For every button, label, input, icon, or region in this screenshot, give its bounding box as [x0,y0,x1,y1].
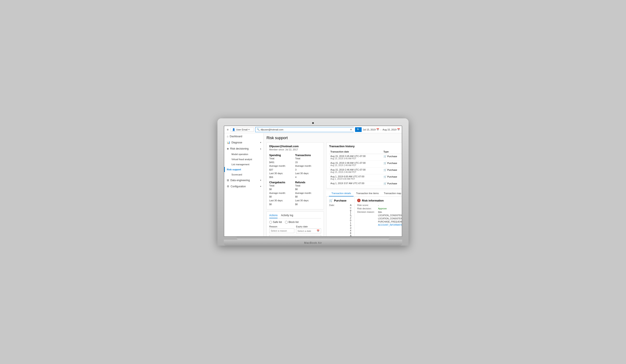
laptop-base: MacBook Air [224,240,402,246]
safelist-radio[interactable]: Safe list [269,221,282,224]
reason-select[interactable]: Select a reason [269,229,294,233]
laptop-notch [236,237,390,240]
risk-decision-label: Risk decision: [357,207,376,210]
date-value: Aug 15, 2019 2:48 AM PDT [350,204,352,236]
config-icon: ⚙ [227,185,229,188]
ref-total-label: Total: [295,184,301,187]
sidebar-label-config: Configuration [231,185,246,188]
laptop-screen: ≡ 👤 User Email ▾ 🔍 ✕ 🔍 Jul 15, 2019 📅 - [224,126,402,237]
home-icon: ⌂ [227,135,229,138]
cell-date: Aug 15, 2019 2:46 AM UTC-07:00 Aug 15, 2… [329,167,382,174]
data-icon: ⊞ [227,179,229,182]
blocklist-radio-input[interactable] [285,221,288,224]
field-select-label: User Email [236,128,248,131]
tab-tx-line-items[interactable]: Transaction line items [353,191,381,197]
safelist-radio-input[interactable] [269,221,272,224]
tab-activity-log[interactable]: Activity log [281,214,293,218]
cell-date: Aug 15, 2019 2:48 AM UTC-07:00 Aug 15, 2… [329,161,382,167]
risk-decision-value: Approve [378,207,387,210]
tab-actions[interactable]: Actions [269,214,277,218]
sidebar-item-model-operation[interactable]: Model operation [224,152,263,157]
date-start: Jul 15, 2019 [363,128,376,131]
user-icon: 👤 [232,128,235,131]
spending-last30-label: Last 30 days: [269,172,283,175]
app-container: ≡ 👤 User Email ▾ 🔍 ✕ 🔍 Jul 15, 2019 📅 - [224,126,402,236]
tx-last30-label: Last 30 days: [295,172,309,175]
sidebar-item-risk-support[interactable]: Risk support [224,167,263,172]
date-label: Date: [329,204,348,236]
risk-chevron: ▴ [260,147,261,150]
cb-avg-value: $0 [269,195,272,198]
cb-avg-label: Average month: [269,192,286,194]
cb-total-value: $0 [269,188,272,191]
expiry-group: Expiry date Select a date 📅 [296,225,321,233]
hamburger-menu[interactable]: ≡ [226,128,229,132]
search-submit-button[interactable]: 🔍 [355,127,362,132]
purchase-header: 🛒 Purchase [329,199,352,202]
table-row[interactable]: Aug 15, 2019 3:45 AM UTC-07:00 Aug 15, 2… [329,154,402,161]
ref-avg-value: $0 [295,195,298,198]
sidebar-item-configuration[interactable]: ⚙ Configuration ▾ [224,183,263,189]
expiry-label: Expiry date [296,225,321,228]
transaction-history: Transaction history Transaction date Typ… [326,142,402,188]
col-tx-date: Transaction date [329,150,382,154]
date-range: Jul 15, 2019 📅 - Aug 15, 2019 📅 [363,128,400,131]
sidebar-label-diagnose: Diagnose [232,141,242,144]
ref-last30-value: $0 [295,203,298,205]
data-chevron: ▾ [260,179,261,181]
purchase-icon: 🛒 [384,155,387,158]
calendar-icon: 📅 [317,230,319,232]
blocklist-radio[interactable]: Block list [285,221,299,224]
sidebar-item-virtual-fraud[interactable]: Virtual fraud analyst [224,157,263,162]
ref-total-value: $0 [295,188,298,191]
field-select-dropdown[interactable]: 👤 User Email ▾ [231,128,254,132]
cell-type: 🛒 Purchase [382,181,402,186]
search-prefix-icon: 🔍 [257,128,260,131]
risk-score-label: Risk score: [357,204,376,206]
cell-type: 🛒 Purchase [382,174,402,181]
risk-reason-label: Decision reason: [357,211,376,213]
risk-alert-icon: ! [357,199,360,202]
table-row[interactable]: Aug 1, 2019 6:00 AM UTC-07:00 Aug 1, 201… [329,174,402,181]
sidebar-item-dashboard[interactable]: ⌂ Dashboard [224,133,263,139]
risk-reason-link[interactable]: 702-ACCOUNT_INFORMATION: [378,221,402,226]
detail-panels: 🛒 Purchase Date: Aug 15, 2019 2:48 AM PD… [326,197,402,236]
diagnose-chevron: ▾ [260,141,261,144]
expiry-date-picker[interactable]: Select a date 📅 [296,229,321,233]
comments-textarea[interactable] [269,235,321,236]
chargebacks-stat: Chargebacks Total: $0 Average month: $0 … [269,180,295,207]
table-row[interactable]: Aug 1, 2019 3:57 AM UTC-07:00 🛒 Purchase… [329,181,402,186]
tab-tx-details[interactable]: Transaction details [329,191,353,197]
member-since: Member since: Jul 22, 2017 [269,148,321,151]
two-col-layout: Dfpuser@hotmail.com Member since: Jul 22… [267,142,399,236]
tab-tx-map[interactable]: Transaction map [381,191,402,197]
calendar-icon-start: 📅 [376,128,379,131]
tx-avg-label: Average month: [295,165,312,167]
sidebar-item-risk-decisioning[interactable]: ◈ Risk decisioning ▴ [224,145,263,152]
tx-avg-value: 3 [295,168,296,171]
risk-decision-row: Risk decision: Approve [357,207,402,210]
clear-search-button[interactable]: ✕ [350,128,352,132]
date-end: Aug 15, 2019 [383,128,396,131]
search-input[interactable] [261,128,349,131]
purchase-icon: 🛒 [384,168,387,171]
laptop-frame: ≡ 👤 User Email ▾ 🔍 ✕ 🔍 Jul 15, 2019 📅 - [217,118,409,246]
sidebar-item-data-engineering[interactable]: ⊞ Data engineering ▾ [224,177,263,183]
cell-date: Aug 1, 2019 3:57 AM UTC-07:00 [329,181,382,186]
sidebar-item-diagnose[interactable]: 📊 Diagnose ▾ [224,139,263,145]
table-row[interactable]: Aug 15, 2019 2:48 AM UTC-07:00 Aug 15, 2… [329,161,402,167]
sidebar-item-scorecard[interactable]: Scorecard [224,172,263,177]
laptop-camera [312,122,314,124]
sidebar-label-dashboard: Dashboard [230,135,242,138]
cb-total-label: Total: [269,184,275,187]
sidebar-item-list-management[interactable]: List management [224,162,263,167]
risk-score-value: - [378,204,379,206]
cb-last30-value: $0 [269,203,272,205]
risk-icon: ◈ [227,147,229,150]
table-row[interactable]: Aug 15, 2019 2:46 AM UTC-07:00 Aug 15, 2… [329,167,402,174]
sidebar: ⌂ Dashboard 📊 Diagnose ▾ ◈ Risk decision… [224,133,264,236]
actions-card: Actions Activity log Safe list [267,211,324,236]
transaction-table: Transaction date Type Amount Risk decisi… [329,150,402,186]
cell-date: Aug 15, 2019 3:45 AM UTC-07:00 Aug 15, 2… [329,154,382,161]
spending-total-label: Total: [269,157,275,160]
